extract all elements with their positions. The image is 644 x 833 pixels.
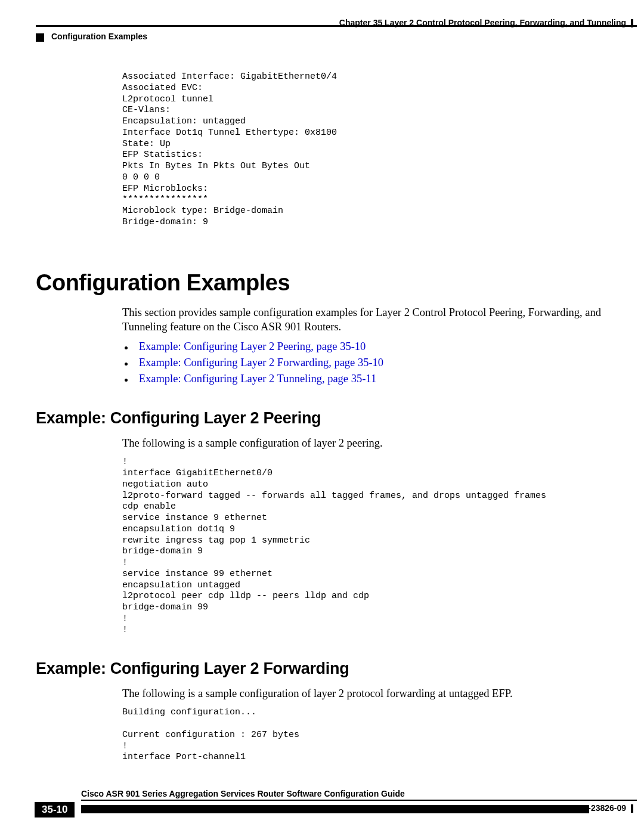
- bullet-icon: [125, 346, 128, 349]
- code-forwarding: Building configuration... Current config…: [122, 707, 608, 763]
- footer-book-title: Cisco ASR 901 Series Aggregation Service…: [81, 789, 637, 798]
- header-square-icon: [36, 33, 44, 42]
- footer-row: 35-10 OL-23826-09: [35, 802, 637, 816]
- bullet-icon: [125, 363, 128, 366]
- bullet-icon: [125, 379, 128, 382]
- header-rule: [36, 25, 637, 27]
- footer-rule: [81, 800, 637, 801]
- footer-bar-icon: [81, 805, 589, 813]
- code-peering: ! interface GigabitEthernet0/0 negotiati…: [122, 457, 608, 636]
- heading-config-examples: Configuration Examples: [36, 270, 608, 296]
- list-item: Example: Configuring Layer 2 Forwarding,…: [122, 357, 608, 369]
- page: Chapter 35 Layer 2 Control Protocol Peer…: [0, 0, 644, 833]
- page-header: Chapter 35 Layer 2 Control Protocol Peer…: [36, 18, 637, 42]
- page-footer: Cisco ASR 901 Series Aggregation Service…: [35, 789, 637, 816]
- footer-doc-text: OL-23826-09: [577, 803, 626, 813]
- list-item: Example: Configuring Layer 2 Peering, pa…: [122, 340, 608, 353]
- heading-forwarding: Example: Configuring Layer 2 Forwarding: [36, 659, 608, 678]
- link-forwarding[interactable]: Example: Configuring Layer 2 Forwarding,…: [139, 357, 384, 368]
- footer-end-mark-icon: [631, 804, 633, 813]
- header-section-title: Configuration Examples: [51, 32, 147, 41]
- link-peering[interactable]: Example: Configuring Layer 2 Peering, pa…: [139, 340, 366, 352]
- header-section-row: Configuration Examples: [36, 31, 637, 42]
- page-number: 35-10: [35, 802, 75, 817]
- peering-intro: The following is a sample configuration …: [122, 436, 608, 451]
- list-item: Example: Configuring Layer 2 Tunneling, …: [122, 373, 608, 385]
- forwarding-intro: The following is a sample configuration …: [122, 686, 608, 701]
- link-tunneling[interactable]: Example: Configuring Layer 2 Tunneling, …: [139, 373, 377, 385]
- link-list: Example: Configuring Layer 2 Peering, pa…: [122, 340, 608, 385]
- code-output-efp: Associated Interface: GigabitEthernet0/4…: [122, 72, 608, 228]
- intro-paragraph: This section provides sample configurati…: [122, 305, 608, 335]
- heading-peering: Example: Configuring Layer 2 Peering: [36, 409, 608, 428]
- footer-doc-id: OL-23826-09: [577, 803, 633, 813]
- content: Associated Interface: GigabitEthernet0/4…: [36, 72, 608, 763]
